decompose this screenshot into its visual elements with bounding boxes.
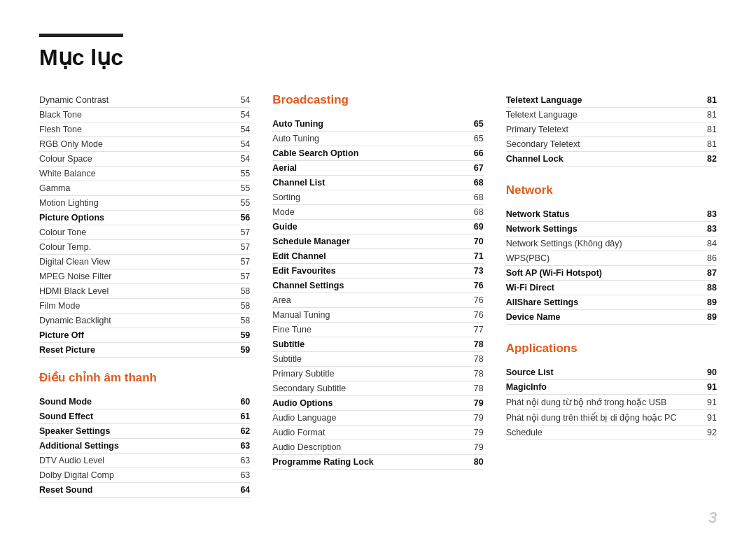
toc-label: Motion Lighting — [39, 198, 233, 208]
table-row: Colour Tone57 — [39, 225, 250, 240]
table-row: Phát nội dung trên thiết bị di động hoặc… — [506, 410, 717, 426]
table-row: Secondary Subtitle78 — [272, 381, 483, 396]
col3-section2-items: Network Status83Network Settings83Networ… — [506, 207, 717, 325]
toc-label: Channel Lock — [506, 154, 700, 164]
page: Mục lục Dynamic Contrast54Black Tone54Fl… — [0, 0, 756, 534]
toc-label: Mode — [272, 207, 466, 217]
table-row: WPS(PBC)86 — [506, 251, 717, 266]
table-row: Channel Settings76 — [272, 279, 483, 293]
toc-label: Schedule Manager — [272, 237, 466, 246]
table-row: AllShare Settings89 — [506, 295, 717, 310]
table-row: RGB Only Mode54 — [39, 137, 250, 152]
toc-label: Fine Tune — [272, 325, 466, 335]
toc-label: Gamma — [39, 183, 233, 193]
toc-page-num: 76 — [467, 281, 484, 290]
col1-section2-items: Sound Mode60Sound Effect61Speaker Settin… — [39, 395, 250, 498]
toc-page-num: 57 — [233, 257, 250, 267]
toc-label: Guide — [272, 222, 466, 232]
toc-label: Picture Off — [39, 330, 233, 340]
table-row: MPEG Noise Filter57 — [39, 269, 250, 284]
toc-label: White Balance — [39, 169, 233, 178]
toc-page-num: 57 — [233, 242, 250, 252]
table-row: Schedule Manager70 — [272, 234, 483, 249]
col1: Dynamic Contrast54Black Tone54Flesh Tone… — [39, 93, 272, 510]
toc-label: HDMI Black Level — [39, 286, 233, 296]
table-row: Reset Picture59 — [39, 343, 250, 358]
toc-label: Film Mode — [39, 301, 233, 311]
toc-page-num: 58 — [233, 286, 250, 296]
table-row: Channel Lock82 — [506, 152, 717, 167]
toc-label: Dynamic Contrast — [39, 95, 233, 105]
toc-label: Picture Options — [39, 213, 233, 223]
toc-page-num: 81 — [700, 139, 717, 149]
toc-page-num: 76 — [467, 295, 484, 305]
toc-label: Edit Favourites — [272, 266, 466, 276]
toc-page-num: 54 — [233, 154, 250, 164]
table-row: Black Tone54 — [39, 108, 250, 122]
toc-label: Soft AP (Wi-Fi Hotspot) — [506, 268, 700, 278]
toc-label: Audio Format — [272, 428, 466, 437]
col3-section1-items: Teletext Language81Teletext Language81Pr… — [506, 93, 717, 167]
col1-section2: Điều chỉnh âm thanh Sound Mode60Sound Ef… — [39, 370, 250, 498]
toc-page-num: 54 — [233, 139, 250, 149]
table-row: Wi-Fi Direct88 — [506, 281, 717, 295]
col3-section3-heading: Applications — [506, 342, 717, 358]
table-row: Audio Description79 — [272, 440, 483, 455]
table-row: Mode68 — [272, 205, 483, 220]
toc-page-num: 81 — [700, 95, 717, 105]
toc-label: WPS(PBC) — [506, 253, 700, 263]
table-row: Audio Options79 — [272, 396, 483, 411]
toc-page-num: 78 — [467, 384, 484, 393]
toc-page-num: 55 — [233, 198, 250, 208]
col3-section2: Network Network Status83Network Settings… — [506, 183, 717, 325]
toc-page-num: 91 — [700, 413, 717, 423]
table-row: Gamma55 — [39, 181, 250, 196]
toc-page-num: 88 — [700, 283, 717, 293]
toc-label: Network Status — [506, 209, 700, 219]
toc-label: MagicInfo — [506, 382, 700, 392]
table-row: Fine Tune77 — [272, 323, 483, 337]
toc-page-num: 73 — [467, 266, 484, 276]
page-number: 3 — [708, 509, 717, 527]
toc-page-num: 79 — [467, 442, 484, 452]
table-row: Primary Teletext81 — [506, 122, 717, 137]
toc-label: Audio Language — [272, 413, 466, 423]
toc-page-num: 57 — [233, 272, 250, 281]
table-row: Channel List68 — [272, 176, 483, 190]
toc-page-num: 79 — [467, 413, 484, 423]
table-row: Edit Channel71 — [272, 249, 483, 264]
toc-page-num: 80 — [467, 457, 484, 467]
table-row: Secondary Teletext81 — [506, 137, 717, 152]
toc-label: Colour Tone — [39, 227, 233, 237]
toc-label: Teletext Language — [506, 95, 700, 105]
table-row: Edit Favourites73 — [272, 264, 483, 279]
toc-page-num: 64 — [233, 485, 250, 495]
toc-page-num: 92 — [700, 428, 717, 437]
toc-page-num: 65 — [467, 119, 484, 129]
toc-label: Channel List — [272, 178, 466, 188]
toc-page-num: 56 — [233, 213, 250, 223]
toc-label: Auto Tuning — [272, 119, 466, 129]
toc-page-num: 55 — [233, 183, 250, 193]
col3: Teletext Language81Teletext Language81Pr… — [506, 93, 717, 453]
toc-label: Colour Temp. — [39, 242, 233, 252]
toc-page-num: 71 — [467, 251, 484, 261]
toc-page-num: 63 — [233, 470, 250, 480]
toc-page-num: 78 — [467, 369, 484, 379]
toc-page-num: 57 — [233, 227, 250, 237]
col2-heading: Broadcasting — [272, 93, 483, 110]
table-row: Schedule92 — [506, 426, 717, 440]
toc-page-num: 65 — [467, 134, 484, 143]
toc-page-num: 58 — [233, 301, 250, 311]
toc-label: Phát nội dung từ bộ nhớ trong hoặc USB — [506, 397, 700, 407]
toc-label: Programme Rating Lock — [272, 457, 466, 467]
toc-label: Auto Tuning — [272, 134, 466, 143]
toc-page-num: 87 — [700, 268, 717, 278]
toc-page-num: 54 — [233, 95, 250, 105]
table-row: Programme Rating Lock80 — [272, 455, 483, 470]
col1-section2-heading: Điều chỉnh âm thanh — [39, 370, 250, 388]
toc-label: Dolby Digital Comp — [39, 470, 233, 480]
toc-page-num: 54 — [233, 110, 250, 120]
table-row: Sorting68 — [272, 190, 483, 205]
table-row: Dynamic Contrast54 — [39, 93, 250, 108]
